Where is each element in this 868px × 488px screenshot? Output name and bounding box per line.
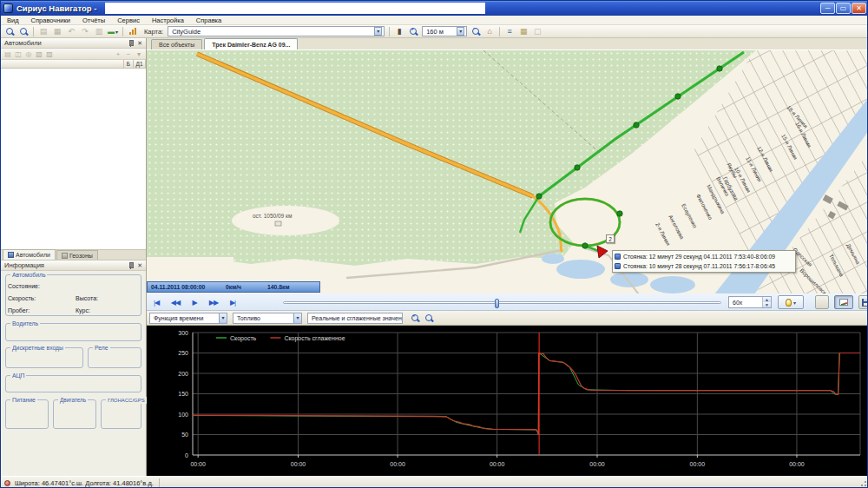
relay-group: Реле	[88, 347, 141, 368]
close-panel-icon[interactable]: ✕	[137, 40, 142, 47]
pin-icon[interactable]	[128, 262, 134, 269]
column-b[interactable]: Б	[124, 60, 134, 68]
chart-icon[interactable]	[127, 26, 139, 37]
main-toolbar: ▤ ▦ ↶ ↷ ▥ ▬▾ Карта: CityGuide ▾ ▮ + 160 …	[1, 25, 868, 38]
maximize-button[interactable]: ▭	[836, 3, 851, 14]
mode-select[interactable]: Реальные и сглаженные значен ▾	[307, 313, 403, 324]
function-select[interactable]: Функция времени ▾	[149, 313, 227, 324]
zoom-in-icon[interactable]: +	[407, 26, 419, 37]
menu-help[interactable]: Справка	[190, 16, 227, 25]
zoom-out-icon[interactable]: −	[470, 26, 482, 37]
chart-toggle-button[interactable]	[834, 295, 853, 309]
left-panel: Автомобили ✕ ▤ ◫ ◎ ▧ ▨ + − ▾ Б Д1 Автомо…	[1, 38, 147, 476]
pole-icon[interactable]: ▮	[393, 26, 405, 37]
tab-track[interactable]: Трек Daimler-Benz AG 09...	[204, 38, 298, 49]
menu-settings[interactable]: Настройка	[146, 16, 190, 25]
playback-speed: 0км/ч	[222, 284, 264, 290]
sensor-select[interactable]: Топливо ▾	[233, 313, 302, 324]
skip-start-button[interactable]: |◀	[148, 296, 164, 308]
globe-icon[interactable]: ◎	[23, 50, 34, 58]
extra-button[interactable]	[815, 295, 829, 309]
menu-directories[interactable]: Справочники	[25, 16, 76, 25]
map-select[interactable]: CityGuide ▾	[168, 26, 385, 36]
close-panel-icon[interactable]: ✕	[137, 262, 142, 269]
pin-icon[interactable]	[128, 40, 134, 47]
undo-icon[interactable]: ↶	[65, 26, 77, 37]
chart-zoom-out-icon[interactable]	[423, 313, 435, 324]
table-icon[interactable]: ▦	[51, 26, 63, 37]
tab-vehicles[interactable]: Автомобили	[3, 249, 56, 260]
svg-text:50: 50	[181, 432, 188, 438]
highlight-button[interactable]: ▾	[778, 295, 804, 309]
speed-spinner[interactable]: 60x ▲▼	[728, 296, 772, 308]
svg-text:Скорость: Скорость	[230, 335, 257, 342]
svg-text:100: 100	[178, 412, 188, 418]
search-icon[interactable]	[17, 26, 30, 37]
fast-forward-button[interactable]: ▶▶	[206, 296, 221, 308]
map-view[interactable]: ост. 1050/09 км 18-я Линия16-я Линия15-я…	[147, 50, 868, 293]
speed-chart[interactable]: 05010015020025030000:0000:0000:0000:0000…	[147, 326, 868, 476]
tab-all-objects[interactable]: Все объекты	[151, 39, 202, 49]
driver-group: Водитель	[5, 323, 141, 341]
engine-group: Двигатель	[53, 399, 96, 429]
rewind-button[interactable]: ◀◀	[168, 296, 183, 308]
floppy-icon	[862, 299, 868, 307]
view-icon[interactable]: ▨	[44, 50, 55, 58]
filter-icon[interactable]: ▥	[93, 26, 105, 37]
print-icon[interactable]: ▤	[3, 50, 13, 58]
vehicle-name-column[interactable]	[1, 60, 124, 68]
play-button[interactable]: ▶	[187, 296, 202, 308]
discrete-inputs-group: Дискретные входы	[5, 347, 83, 368]
power-group: Питание	[5, 399, 49, 429]
close-button[interactable]: ✕	[852, 3, 866, 14]
stops-tooltip: Стоянка: 12 минут 29 секунд 04.11.2011 7…	[612, 250, 796, 273]
glonass-group: ГЛОНАСС/GPS	[101, 399, 141, 429]
edit-icon[interactable]: ▤	[37, 26, 49, 37]
pond	[610, 272, 648, 287]
layout-icon[interactable]: ◫	[13, 50, 23, 58]
status-bar: Широта: 46.47401°с.ш. Долгота: 41.48016°…	[1, 476, 868, 488]
geozones-tab-icon	[62, 253, 68, 259]
left-bottom-tabs: Автомобили Геозоны	[1, 250, 146, 260]
vehicle-icon[interactable]: ▬▾	[107, 26, 119, 37]
svg-text:300: 300	[178, 330, 188, 336]
menu-reports[interactable]: Отчёты	[76, 16, 111, 25]
tab-geozones[interactable]: Геозоны	[56, 250, 98, 260]
stop-count-badge[interactable]: 2	[606, 234, 615, 243]
edit-list-icon[interactable]: ▧	[34, 50, 44, 58]
columns-dropdown[interactable]: ▾	[134, 50, 144, 58]
svg-text:Скорость сглаженное: Скорость сглаженное	[284, 335, 345, 342]
legend-icon[interactable]: ≡	[503, 26, 516, 37]
scale-select[interactable]: 160 м ▾	[422, 26, 467, 36]
skip-end-button[interactable]: ▶|	[225, 296, 240, 308]
menu-service[interactable]: Сервис	[111, 16, 146, 25]
minimize-button[interactable]: ─	[820, 3, 835, 14]
svg-text:00:00: 00:00	[589, 461, 605, 467]
vehicles-toolbar: ▤ ◫ ◎ ▧ ▨ + − ▾	[1, 49, 146, 60]
timeline-slider-handle[interactable]	[495, 299, 499, 308]
bus-stop-label: ост. 1050/09 км	[253, 213, 293, 219]
svg-text:00:00: 00:00	[490, 461, 505, 467]
forest-clearing	[232, 206, 339, 235]
menu-view[interactable]: Вид	[1, 16, 25, 25]
remove-vehicle-button[interactable]: −	[123, 50, 134, 58]
blank-icon[interactable]: ▢	[531, 26, 543, 37]
home-icon[interactable]: ⌂	[483, 26, 496, 37]
timeline-slider[interactable]	[283, 301, 721, 304]
vehicles-tab-icon	[8, 252, 14, 258]
redo-icon[interactable]: ↷	[79, 26, 91, 37]
add-vehicle-button[interactable]: +	[113, 50, 123, 58]
save-button[interactable]	[858, 295, 868, 309]
playback-datetime: 04.11.2011 08:00:00	[148, 284, 222, 290]
report-icon[interactable]: ▦	[517, 26, 529, 37]
adc-group: АЦП	[5, 375, 141, 392]
coordinates-icon	[4, 480, 10, 486]
vehicles-list[interactable]	[1, 69, 146, 250]
zoom-window-icon[interactable]	[3, 26, 16, 37]
resize-grip[interactable]	[858, 478, 867, 487]
chart-zoom-in-icon[interactable]: +	[409, 313, 421, 324]
svg-text:200: 200	[178, 371, 188, 377]
tooltip-row: Стоянка: 10 минут 28 секунд 07.11.2011 7…	[615, 261, 793, 271]
spin-down-icon[interactable]: ▼	[763, 302, 771, 307]
column-d1[interactable]: Д1	[134, 60, 146, 68]
